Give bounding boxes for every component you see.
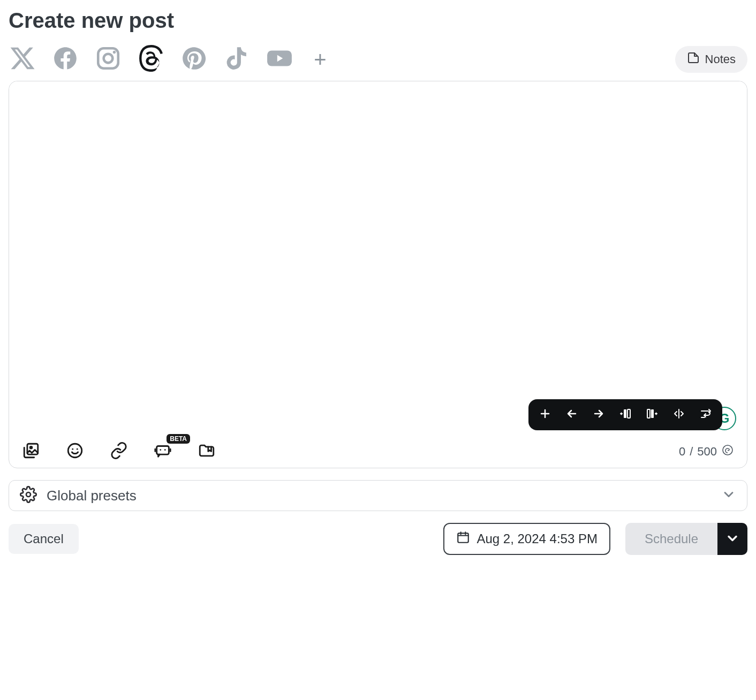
social-facebook[interactable] [51,45,79,73]
plus-icon [539,407,551,422]
ai-assist-tool[interactable]: BETA [154,443,172,461]
template-tool[interactable] [198,443,216,461]
svg-rect-4 [624,409,626,418]
ai-chat-icon [154,442,172,462]
gear-icon [20,486,37,505]
folder-bookmark-icon [198,442,216,462]
media-tool[interactable] [22,443,40,461]
social-tiktok[interactable] [223,45,251,73]
global-presets-row[interactable]: Global presets [9,480,747,511]
social-instagram[interactable] [94,45,122,73]
datetime-picker[interactable]: Aug 2, 2024 4:53 PM [443,523,610,555]
schedule-button[interactable]: Schedule [625,523,717,555]
svg-rect-5 [628,409,630,418]
arrow-left-icon [565,407,578,422]
top-row: + Notes [9,45,747,73]
svg-point-16 [723,445,732,455]
emoji-icon [66,442,84,462]
social-youtube[interactable] [266,45,293,73]
svg-point-2 [113,51,116,54]
schedule-dropdown[interactable] [717,523,747,555]
footer-actions: Cancel Aug 2, 2024 4:53 PM Schedule [9,523,747,555]
social-threads[interactable] [137,45,165,73]
text-wrap-icon [699,407,712,422]
svg-point-17 [26,492,31,497]
svg-point-12 [77,448,78,450]
float-split-horizontal[interactable] [666,404,692,426]
column-insert-left-icon [619,407,632,422]
svg-rect-13 [157,446,169,455]
chevron-down-icon [725,531,740,547]
svg-rect-6 [647,409,650,418]
threads-small-icon [721,444,734,460]
note-icon [687,51,700,67]
add-platform-button[interactable]: + [308,48,332,72]
calendar-icon [456,530,470,547]
media-gallery-icon [22,442,40,462]
notes-button[interactable]: Notes [675,46,747,73]
link-tool[interactable] [110,443,128,461]
pinterest-icon [180,45,207,74]
x-icon [9,45,36,74]
split-horizontal-icon [672,407,685,422]
float-insert-left[interactable] [612,404,639,426]
float-add[interactable] [532,404,558,426]
post-editor: G [9,81,747,468]
threads-icon [138,45,164,74]
char-used: 0 [679,445,685,459]
char-max: 500 [697,445,717,459]
svg-rect-7 [651,409,654,418]
char-count: 0 / 500 [679,444,734,460]
svg-point-9 [30,446,32,448]
chevron-down-icon [721,487,736,504]
social-platform-row: + [9,45,332,73]
svg-point-11 [72,448,73,450]
youtube-icon [266,45,293,74]
schedule-button-group: Schedule [625,523,747,555]
float-wrap[interactable] [692,404,719,426]
editor-bottom-bar: BETA 0 / 500 [9,440,747,468]
presets-label: Global presets [47,488,712,504]
tiktok-icon [223,45,250,74]
cancel-button[interactable]: Cancel [9,524,79,554]
float-prev[interactable] [558,404,585,426]
post-textarea[interactable] [9,81,747,436]
float-next[interactable] [585,404,612,426]
emoji-tool[interactable] [66,443,84,461]
svg-point-10 [68,444,82,458]
link-icon [110,442,128,462]
column-insert-right-icon [646,407,659,422]
svg-rect-18 [458,533,469,542]
float-insert-right[interactable] [639,404,666,426]
beta-badge: BETA [167,434,190,444]
arrow-right-icon [592,407,605,422]
svg-point-14 [160,449,161,451]
svg-point-1 [104,54,113,63]
floating-toolbar [528,399,722,430]
char-sep: / [690,445,693,459]
facebook-icon [52,45,79,74]
editor-tools: BETA [22,443,216,461]
footer-right-group: Aug 2, 2024 4:53 PM Schedule [443,523,747,555]
notes-label: Notes [705,52,736,66]
social-x[interactable] [9,45,36,73]
instagram-icon [95,45,122,74]
svg-point-15 [164,449,166,451]
datetime-label: Aug 2, 2024 4:53 PM [477,531,598,546]
social-pinterest[interactable] [180,45,208,73]
page-title: Create new post [9,9,747,33]
